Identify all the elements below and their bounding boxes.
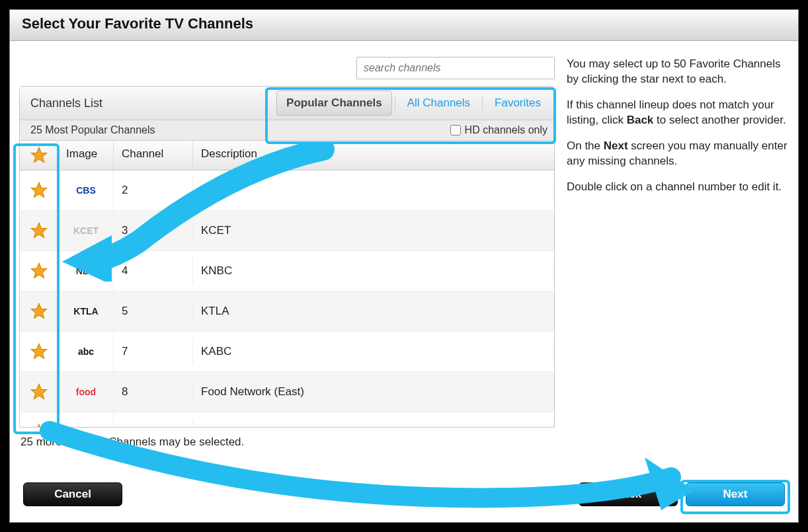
help-panel: You may select up to 50 Favorite Channel… (567, 57, 789, 475)
favorite-star-cell[interactable] (20, 176, 58, 205)
channel-description-cell: Food Network (East) (193, 379, 554, 405)
svg-marker-7 (31, 384, 46, 399)
table-header-row: Image Channel Description (20, 141, 554, 171)
dialog-window: Select Your Favorite TV Channels Ch (9, 9, 799, 523)
channel-logo: NBC (66, 258, 106, 284)
panel-title: Channels List (30, 96, 276, 110)
tab-separator (482, 96, 483, 110)
search-row (19, 57, 555, 79)
star-icon (20, 423, 58, 427)
star-icon (20, 383, 58, 401)
svg-marker-5 (31, 303, 46, 318)
channel-number-cell[interactable]: 11 (114, 419, 193, 427)
svg-marker-4 (31, 263, 46, 278)
hd-only-toggle[interactable]: HD channels only (450, 124, 547, 136)
tab-separator (395, 96, 395, 110)
channel-logo: FOX (66, 419, 106, 427)
svg-marker-2 (31, 182, 46, 197)
favorite-star-cell[interactable] (20, 256, 58, 285)
channel-logo-cell: CBS (58, 171, 114, 210)
star-icon (20, 302, 58, 321)
hd-only-label: HD channels only (465, 124, 547, 136)
favorite-star-cell[interactable] (20, 297, 58, 326)
star-icon (20, 221, 58, 240)
star-icon (20, 181, 58, 200)
svg-marker-6 (31, 344, 46, 358)
tab-popular-channels[interactable]: Popular Channels (276, 91, 392, 116)
tab-favorites[interactable]: Favorites (485, 91, 550, 115)
channel-logo-cell: FOX (58, 412, 114, 427)
svg-marker-1 (31, 147, 46, 162)
search-input[interactable] (356, 57, 555, 79)
footer: Cancel Back Next (10, 475, 798, 522)
page-title: Select Your Favorite TV Channels (22, 15, 786, 32)
channel-logo: CBS (66, 177, 106, 204)
table-row[interactable]: food8Food Network (East) (20, 372, 554, 412)
column-header-image[interactable]: Image (58, 141, 114, 170)
channel-logo: KTLA (66, 298, 106, 324)
help-paragraph-3: On the Next screen you may manually ente… (567, 139, 789, 169)
table-row[interactable]: abc7KABC (20, 332, 554, 372)
hd-only-checkbox[interactable] (450, 125, 461, 135)
channel-description-cell: KABC (193, 338, 554, 365)
table-row[interactable]: NBC4KNBC (20, 251, 554, 291)
channel-description-cell: KCET (193, 217, 554, 244)
channel-logo: food (66, 379, 106, 405)
favorite-star-cell[interactable] (20, 418, 58, 427)
channel-logo: abc (66, 338, 106, 365)
table-body[interactable]: CBS2KCBSKCET3KCETNBC4KNBCKTLA5KTLAabc7KA… (20, 171, 554, 427)
panel-header: Channels List Popular Channels All Chann… (20, 87, 554, 120)
channel-logo-cell: abc (58, 332, 114, 371)
selection-status: 25 more Favorite Channels may be selecte… (19, 428, 555, 457)
channel-logo: KCET (66, 217, 106, 244)
channel-number-cell[interactable]: 2 (114, 177, 193, 204)
table-row[interactable]: CBS2KCBS (20, 171, 554, 211)
panel-subheader: 25 Most Popular Channels HD channels onl… (20, 120, 554, 141)
tab-strip: Popular Channels All Channels Favorites (276, 91, 550, 116)
channel-description-cell: KTLA (193, 298, 554, 324)
channel-description-cell: KNBC (193, 258, 554, 284)
table-row[interactable]: KCET3KCET (20, 211, 554, 251)
channels-panel: Channels List Popular Channels All Chann… (19, 86, 555, 428)
left-column: Channels List Popular Channels All Chann… (19, 57, 555, 475)
star-icon (20, 262, 58, 280)
channel-number-cell[interactable]: 3 (114, 217, 193, 244)
column-header-star[interactable] (20, 141, 58, 170)
channel-number-cell[interactable]: 4 (114, 258, 193, 284)
channel-description-cell: KCBS (193, 177, 554, 204)
svg-marker-3 (31, 223, 46, 237)
table-row[interactable]: KTLA5KTLA (20, 291, 554, 332)
subheader-text: 25 Most Popular Channels (30, 124, 155, 136)
content-area: Channels List Popular Channels All Chann… (10, 41, 798, 475)
column-header-channel[interactable]: Channel (114, 141, 193, 170)
table-row[interactable]: FOX11KTTV (20, 412, 554, 427)
favorite-star-cell[interactable] (20, 337, 58, 366)
channel-logo-cell: KCET (58, 211, 114, 250)
help-paragraph-2: If this channel lineup does not match yo… (567, 98, 789, 128)
next-button[interactable]: Next (686, 482, 785, 506)
channel-logo-cell: KTLA (58, 291, 114, 331)
channel-number-cell[interactable]: 7 (114, 338, 193, 365)
channel-number-cell[interactable]: 8 (114, 379, 193, 405)
tab-all-channels[interactable]: All Channels (398, 91, 479, 115)
back-button[interactable]: Back (579, 482, 678, 506)
channel-number-cell[interactable]: 5 (114, 298, 193, 324)
cancel-button[interactable]: Cancel (23, 482, 122, 506)
star-icon (20, 342, 58, 361)
column-header-description[interactable]: Description (193, 141, 554, 170)
channel-logo-cell: food (58, 372, 114, 412)
channel-description-cell: KTTV (193, 419, 554, 427)
channel-logo-cell: NBC (58, 251, 114, 291)
titlebar: Select Your Favorite TV Channels (10, 10, 798, 41)
svg-marker-8 (31, 424, 46, 427)
favorite-star-cell[interactable] (20, 377, 58, 406)
help-paragraph-1: You may select up to 50 Favorite Channel… (567, 57, 789, 87)
star-icon (20, 146, 58, 165)
help-paragraph-4: Double click on a channel number to edit… (567, 180, 789, 195)
favorite-star-cell[interactable] (20, 216, 58, 245)
